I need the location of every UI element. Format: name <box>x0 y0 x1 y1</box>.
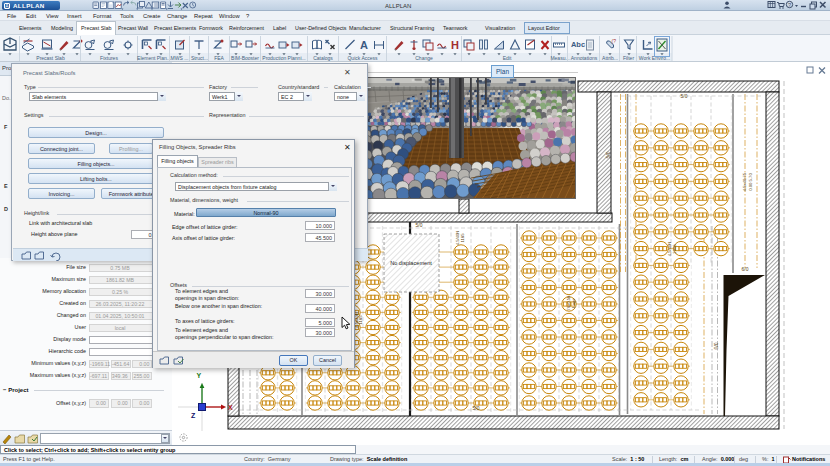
svg-text:MWS ...: MWS ... <box>171 55 189 61</box>
svg-text:Annotations: Annotations <box>571 55 598 61</box>
svg-text:Change: Change <box>415 55 433 61</box>
svg-text:Filter: Filter <box>623 55 634 61</box>
svg-text:Element Plan...: Element Plan... <box>137 55 171 61</box>
svg-text:1185: 1185 <box>358 315 363 325</box>
svg-text:Precast Slab: Precast Slab <box>36 55 65 61</box>
svg-text:(?: (? <box>612 38 617 44</box>
svg-text:Production Planni...: Production Planni... <box>262 55 305 61</box>
svg-text:Z: Z <box>191 412 196 419</box>
svg-text:2006: 2006 <box>672 244 677 254</box>
svg-text:BIM-Booster: BIM-Booster <box>231 55 259 61</box>
svg-text:Y: Y <box>197 372 202 379</box>
svg-text:Measu...: Measu... <box>550 55 569 61</box>
svg-text:0/0: 0/0 <box>713 342 719 349</box>
svg-text:A: A <box>360 39 368 51</box>
svg-text:Catalogs: Catalogs <box>313 55 333 61</box>
svg-text:5/0: 5/0 <box>473 405 480 411</box>
svg-text:5/0: 5/0 <box>416 222 423 228</box>
svg-text:Attrib...: Attrib... <box>602 55 618 61</box>
svg-text:1185: 1185 <box>460 233 465 243</box>
svg-text:6/0: 6/0 <box>742 266 749 272</box>
svg-text:FEA: FEA <box>214 55 224 61</box>
svg-text:Quick Access: Quick Access <box>347 55 378 61</box>
svg-text:No displacement: No displacement <box>390 260 432 266</box>
svg-text:X: X <box>228 404 233 411</box>
svg-text:5/0: 5/0 <box>605 151 611 158</box>
svg-text:H: H <box>451 39 459 51</box>
svg-text:?: ? <box>788 2 791 8</box>
svg-text:Abc: Abc <box>571 40 585 49</box>
svg-text:Struct...: Struct... <box>191 55 208 61</box>
svg-text:Edit: Edit <box>503 55 512 61</box>
svg-text:0.00 5.70: 0.00 5.70 <box>748 173 753 191</box>
svg-text:5/0: 5/0 <box>681 93 688 99</box>
svg-text:Lage: Lage <box>571 298 576 308</box>
svg-text:Fixtures: Fixtures <box>100 55 118 61</box>
svg-text:4.5x40.75: 4.5x40.75 <box>742 172 747 191</box>
